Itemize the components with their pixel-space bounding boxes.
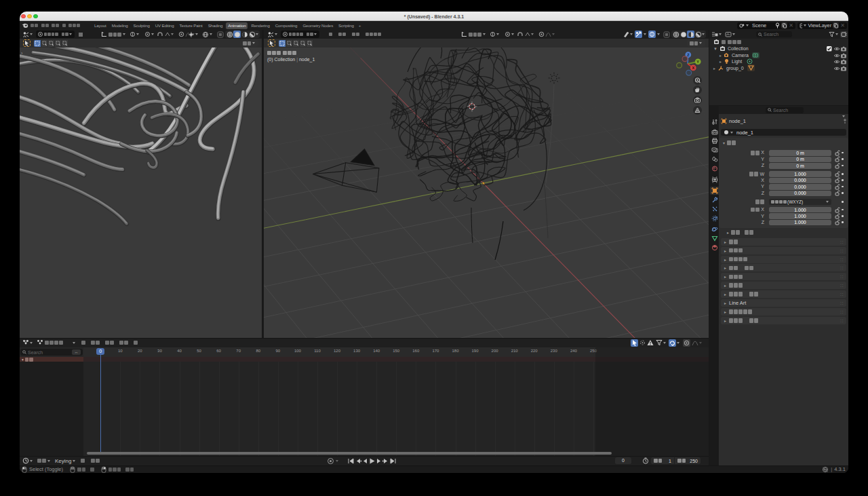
svg-text:X: X	[692, 66, 694, 70]
svg-text:Y: Y	[696, 60, 699, 64]
